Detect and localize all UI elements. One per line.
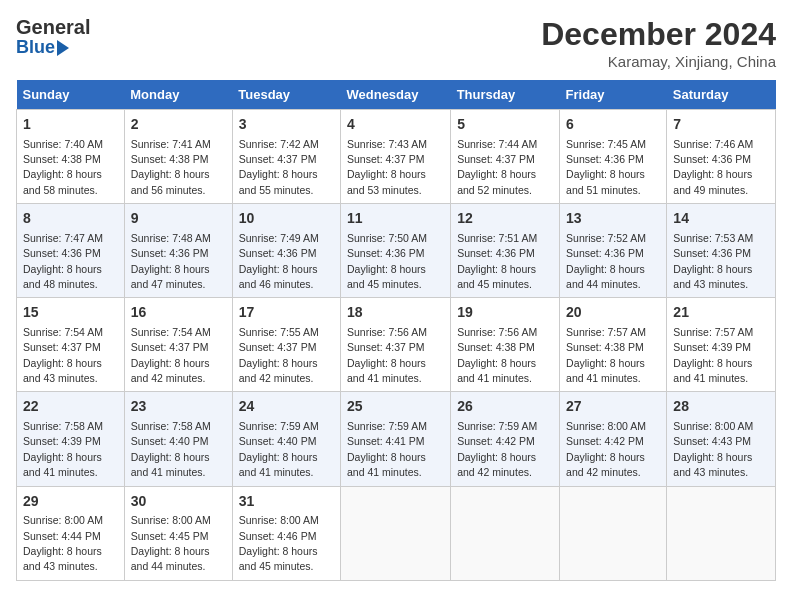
- title-block: December 2024 Karamay, Xinjiang, China: [541, 16, 776, 70]
- day-number: 6: [566, 115, 660, 135]
- cell-info: Sunrise: 7:58 AMSunset: 4:40 PMDaylight:…: [131, 420, 211, 478]
- calendar-cell: 13Sunrise: 7:52 AMSunset: 4:36 PMDayligh…: [560, 204, 667, 298]
- calendar-cell: 29Sunrise: 8:00 AMSunset: 4:44 PMDayligh…: [17, 486, 125, 580]
- cell-info: Sunrise: 7:42 AMSunset: 4:37 PMDaylight:…: [239, 138, 319, 196]
- calendar-cell: 1Sunrise: 7:40 AMSunset: 4:38 PMDaylight…: [17, 110, 125, 204]
- day-number: 15: [23, 303, 118, 323]
- location-title: Karamay, Xinjiang, China: [541, 53, 776, 70]
- cell-info: Sunrise: 7:41 AMSunset: 4:38 PMDaylight:…: [131, 138, 211, 196]
- calendar-cell: 4Sunrise: 7:43 AMSunset: 4:37 PMDaylight…: [340, 110, 450, 204]
- calendar-week-row: 15Sunrise: 7:54 AMSunset: 4:37 PMDayligh…: [17, 298, 776, 392]
- cell-info: Sunrise: 7:44 AMSunset: 4:37 PMDaylight:…: [457, 138, 537, 196]
- calendar-cell: 26Sunrise: 7:59 AMSunset: 4:42 PMDayligh…: [451, 392, 560, 486]
- day-number: 22: [23, 397, 118, 417]
- column-header-saturday: Saturday: [667, 80, 776, 110]
- calendar-cell: 3Sunrise: 7:42 AMSunset: 4:37 PMDaylight…: [232, 110, 340, 204]
- calendar-cell: 6Sunrise: 7:45 AMSunset: 4:36 PMDaylight…: [560, 110, 667, 204]
- calendar-week-row: 29Sunrise: 8:00 AMSunset: 4:44 PMDayligh…: [17, 486, 776, 580]
- day-number: 7: [673, 115, 769, 135]
- calendar-cell: 28Sunrise: 8:00 AMSunset: 4:43 PMDayligh…: [667, 392, 776, 486]
- day-number: 12: [457, 209, 553, 229]
- calendar-cell: [451, 486, 560, 580]
- calendar-cell: 8Sunrise: 7:47 AMSunset: 4:36 PMDaylight…: [17, 204, 125, 298]
- cell-info: Sunrise: 7:59 AMSunset: 4:42 PMDaylight:…: [457, 420, 537, 478]
- calendar-header-row: SundayMondayTuesdayWednesdayThursdayFrid…: [17, 80, 776, 110]
- calendar-cell: 24Sunrise: 7:59 AMSunset: 4:40 PMDayligh…: [232, 392, 340, 486]
- day-number: 10: [239, 209, 334, 229]
- cell-info: Sunrise: 7:57 AMSunset: 4:38 PMDaylight:…: [566, 326, 646, 384]
- day-number: 5: [457, 115, 553, 135]
- calendar-cell: 31Sunrise: 8:00 AMSunset: 4:46 PMDayligh…: [232, 486, 340, 580]
- day-number: 8: [23, 209, 118, 229]
- day-number: 3: [239, 115, 334, 135]
- logo: General Blue: [16, 16, 90, 58]
- cell-info: Sunrise: 8:00 AMSunset: 4:43 PMDaylight:…: [673, 420, 753, 478]
- day-number: 28: [673, 397, 769, 417]
- column-header-monday: Monday: [124, 80, 232, 110]
- day-number: 17: [239, 303, 334, 323]
- cell-info: Sunrise: 7:55 AMSunset: 4:37 PMDaylight:…: [239, 326, 319, 384]
- cell-info: Sunrise: 8:00 AMSunset: 4:44 PMDaylight:…: [23, 514, 103, 572]
- calendar-cell: 15Sunrise: 7:54 AMSunset: 4:37 PMDayligh…: [17, 298, 125, 392]
- calendar-week-row: 22Sunrise: 7:58 AMSunset: 4:39 PMDayligh…: [17, 392, 776, 486]
- calendar-cell: 9Sunrise: 7:48 AMSunset: 4:36 PMDaylight…: [124, 204, 232, 298]
- calendar-cell: 22Sunrise: 7:58 AMSunset: 4:39 PMDayligh…: [17, 392, 125, 486]
- calendar-cell: 17Sunrise: 7:55 AMSunset: 4:37 PMDayligh…: [232, 298, 340, 392]
- calendar-cell: 21Sunrise: 7:57 AMSunset: 4:39 PMDayligh…: [667, 298, 776, 392]
- cell-info: Sunrise: 7:49 AMSunset: 4:36 PMDaylight:…: [239, 232, 319, 290]
- cell-info: Sunrise: 7:43 AMSunset: 4:37 PMDaylight:…: [347, 138, 427, 196]
- calendar-cell: 18Sunrise: 7:56 AMSunset: 4:37 PMDayligh…: [340, 298, 450, 392]
- cell-info: Sunrise: 8:00 AMSunset: 4:45 PMDaylight:…: [131, 514, 211, 572]
- day-number: 11: [347, 209, 444, 229]
- cell-info: Sunrise: 7:52 AMSunset: 4:36 PMDaylight:…: [566, 232, 646, 290]
- calendar-cell: 12Sunrise: 7:51 AMSunset: 4:36 PMDayligh…: [451, 204, 560, 298]
- cell-info: Sunrise: 7:50 AMSunset: 4:36 PMDaylight:…: [347, 232, 427, 290]
- cell-info: Sunrise: 7:46 AMSunset: 4:36 PMDaylight:…: [673, 138, 753, 196]
- calendar-cell: 14Sunrise: 7:53 AMSunset: 4:36 PMDayligh…: [667, 204, 776, 298]
- day-number: 19: [457, 303, 553, 323]
- cell-info: Sunrise: 7:58 AMSunset: 4:39 PMDaylight:…: [23, 420, 103, 478]
- day-number: 16: [131, 303, 226, 323]
- cell-info: Sunrise: 8:00 AMSunset: 4:42 PMDaylight:…: [566, 420, 646, 478]
- column-header-wednesday: Wednesday: [340, 80, 450, 110]
- calendar-table: SundayMondayTuesdayWednesdayThursdayFrid…: [16, 80, 776, 581]
- day-number: 29: [23, 492, 118, 512]
- calendar-cell: [340, 486, 450, 580]
- cell-info: Sunrise: 7:59 AMSunset: 4:41 PMDaylight:…: [347, 420, 427, 478]
- cell-info: Sunrise: 7:45 AMSunset: 4:36 PMDaylight:…: [566, 138, 646, 196]
- day-number: 9: [131, 209, 226, 229]
- calendar-week-row: 8Sunrise: 7:47 AMSunset: 4:36 PMDaylight…: [17, 204, 776, 298]
- day-number: 14: [673, 209, 769, 229]
- cell-info: Sunrise: 7:40 AMSunset: 4:38 PMDaylight:…: [23, 138, 103, 196]
- day-number: 24: [239, 397, 334, 417]
- cell-info: Sunrise: 7:59 AMSunset: 4:40 PMDaylight:…: [239, 420, 319, 478]
- calendar-cell: 11Sunrise: 7:50 AMSunset: 4:36 PMDayligh…: [340, 204, 450, 298]
- cell-info: Sunrise: 7:56 AMSunset: 4:38 PMDaylight:…: [457, 326, 537, 384]
- day-number: 18: [347, 303, 444, 323]
- calendar-cell: 27Sunrise: 8:00 AMSunset: 4:42 PMDayligh…: [560, 392, 667, 486]
- column-header-thursday: Thursday: [451, 80, 560, 110]
- cell-info: Sunrise: 7:54 AMSunset: 4:37 PMDaylight:…: [23, 326, 103, 384]
- cell-info: Sunrise: 7:54 AMSunset: 4:37 PMDaylight:…: [131, 326, 211, 384]
- logo-text: General Blue: [16, 16, 90, 58]
- calendar-cell: 25Sunrise: 7:59 AMSunset: 4:41 PMDayligh…: [340, 392, 450, 486]
- page-header: General Blue December 2024 Karamay, Xinj…: [16, 16, 776, 70]
- calendar-cell: 10Sunrise: 7:49 AMSunset: 4:36 PMDayligh…: [232, 204, 340, 298]
- day-number: 21: [673, 303, 769, 323]
- cell-info: Sunrise: 7:53 AMSunset: 4:36 PMDaylight:…: [673, 232, 753, 290]
- calendar-cell: 30Sunrise: 8:00 AMSunset: 4:45 PMDayligh…: [124, 486, 232, 580]
- cell-info: Sunrise: 7:56 AMSunset: 4:37 PMDaylight:…: [347, 326, 427, 384]
- day-number: 23: [131, 397, 226, 417]
- day-number: 1: [23, 115, 118, 135]
- day-number: 25: [347, 397, 444, 417]
- calendar-cell: 19Sunrise: 7:56 AMSunset: 4:38 PMDayligh…: [451, 298, 560, 392]
- day-number: 26: [457, 397, 553, 417]
- column-header-sunday: Sunday: [17, 80, 125, 110]
- day-number: 20: [566, 303, 660, 323]
- day-number: 31: [239, 492, 334, 512]
- day-number: 30: [131, 492, 226, 512]
- cell-info: Sunrise: 7:57 AMSunset: 4:39 PMDaylight:…: [673, 326, 753, 384]
- calendar-week-row: 1Sunrise: 7:40 AMSunset: 4:38 PMDaylight…: [17, 110, 776, 204]
- logo-general: General: [16, 16, 90, 38]
- cell-info: Sunrise: 7:47 AMSunset: 4:36 PMDaylight:…: [23, 232, 103, 290]
